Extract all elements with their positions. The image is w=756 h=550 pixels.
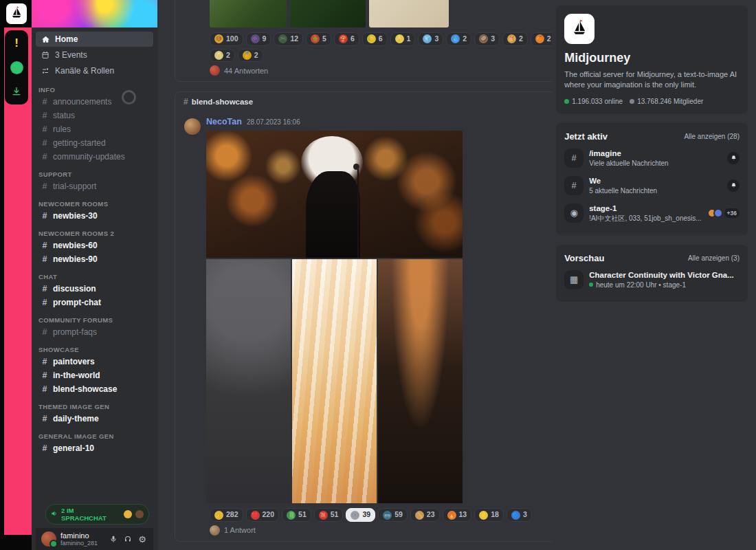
reaction-pill[interactable]: 🏅 2 — [238, 49, 263, 63]
sidebar-channel-row[interactable]: SUPPORT — [36, 164, 153, 179]
sidebar-channel-row[interactable]: NEWCOMER ROOMS 2 — [36, 223, 153, 239]
reaction-pill[interactable]: 🈹 51 — [314, 508, 344, 522]
home-icon — [41, 35, 50, 44]
channel-label: in-the-world — [53, 371, 100, 380]
reaction-pill[interactable]: 🍋 6 — [362, 32, 388, 46]
settings-gear-button[interactable]: ⚙ — [137, 534, 148, 544]
author-avatar[interactable] — [184, 118, 201, 135]
participant-avatar — [713, 208, 723, 218]
post-thumbnail[interactable] — [210, 0, 287, 28]
alert-icon[interactable]: ! — [9, 36, 24, 51]
sidebar-channel-row[interactable]: SHOWCASE — [36, 339, 153, 355]
forum-post-top[interactable]: 😅 100 🍇 9 🎮 12 🫑 5 — [175, 0, 552, 82]
reaction-pill[interactable]: 🔥 13 — [443, 508, 472, 522]
artwork-image-main[interactable] — [206, 131, 463, 258]
reaction-pill[interactable]: ❤️ 220 — [246, 508, 280, 522]
sidebar-channel-row[interactable]: # newbies-90 — [36, 252, 153, 266]
event-item[interactable]: ▦ Character Continuity with Victor Gna..… — [564, 266, 740, 294]
channel-type-icon: ◉ — [564, 204, 583, 223]
voice-chat-banner[interactable]: 2 IM SPRACHCHAT — [45, 504, 149, 525]
reaction-emoji: ⭐ — [479, 511, 488, 520]
channel-label: blend-showcase — [53, 384, 117, 394]
sidebar-channel-row[interactable]: # prompt-faqs — [36, 325, 153, 339]
reaction-pill[interactable]: 😅 100 — [210, 32, 243, 46]
sidebar-channel-row[interactable]: # getting-started — [36, 136, 153, 150]
server-banner[interactable] — [32, 0, 157, 28]
avatar[interactable] — [41, 531, 56, 547]
active-now-item[interactable]: # /imagine Viele aktuelle Nachrichten — [564, 144, 740, 172]
status-online-icon[interactable] — [9, 60, 24, 75]
midjourney-logo-tile[interactable] — [6, 3, 27, 24]
replies-row[interactable]: 1 Antwort — [175, 522, 552, 541]
channel-label: trial-support — [53, 182, 96, 191]
download-icon[interactable] — [9, 84, 24, 99]
reaction-pill[interactable]: 🥽 59 — [378, 508, 408, 522]
active-now-see-all-link[interactable]: Alle anzeigen (28) — [684, 133, 740, 140]
reaction-pill[interactable]: 🍌 1 — [390, 32, 416, 46]
active-now-list: # /imagine Viele aktuelle Nachrichten # — [564, 144, 740, 227]
sidebar-channel-row[interactable]: INFO — [36, 79, 153, 95]
sidebar-channel-row[interactable]: # general-10 — [36, 441, 153, 455]
event-time: heute um 22:00 Uhr • stage-1 — [596, 280, 686, 289]
sidebar-channel-row[interactable]: # trial-support — [36, 179, 153, 193]
sidebar-channel-row[interactable]: CHAT — [36, 266, 153, 282]
author-name[interactable]: NecoTan — [206, 117, 242, 126]
reaction-pill[interactable]: 📗 51 — [282, 508, 311, 522]
reaction-emoji: 🫑 — [311, 34, 320, 43]
active-now-item[interactable]: # We 5 aktuelle Nachrichten — [564, 172, 740, 199]
sidebar-channel-row[interactable]: # prompt-chat — [36, 296, 153, 309]
sidebar-channel-row[interactable]: # in-the-world — [36, 368, 153, 382]
sidebar-channel-row[interactable]: # daily-theme — [36, 412, 153, 426]
post-thumbnail[interactable] — [290, 0, 366, 28]
reaction-pill[interactable]: 🥞 2 — [502, 32, 528, 46]
replies-row[interactable]: 44 Antworten — [175, 62, 552, 81]
active-now-item[interactable]: ◉ stage-1 !AI中文社区, 033, 51job_sh_onesis.… — [564, 199, 740, 227]
artwork-image-right[interactable] — [378, 259, 463, 503]
sidebar-channel-row[interactable]: GENERAL IMAGE GEN — [36, 426, 153, 441]
reaction-pill[interactable]: 👓 39 — [346, 508, 375, 522]
sidebar-channel-row[interactable]: # paintovers — [36, 355, 153, 368]
sidebar-item-channels-roles[interactable]: Kanäle & Rollen — [36, 63, 153, 78]
voice-user-avatar — [135, 510, 144, 518]
sidebar-channel-row[interactable]: # blend-showcase — [36, 382, 153, 396]
reaction-pill[interactable]: 🫑 5 — [306, 32, 331, 46]
reaction-pill[interactable]: 🔷 3 — [507, 508, 532, 522]
reaction-pill[interactable]: 🍇 9 — [246, 32, 271, 46]
sidebar-channel-row[interactable]: COMMUNITY FORUMS — [36, 309, 153, 325]
artwork-image-left[interactable] — [206, 259, 291, 503]
sidebar-channel-row[interactable]: # community-updates — [36, 150, 153, 164]
sidebar-channel-row[interactable]: # discussion — [36, 282, 153, 296]
active-item-subtitle: Viele aktuelle Nachrichten — [589, 159, 722, 168]
reaction-pill[interactable]: 🎮 12 — [274, 32, 303, 46]
sidebar-channel-row[interactable]: # newbies-30 — [36, 209, 153, 223]
channels-roles-label: Kanäle & Rollen — [55, 66, 114, 76]
reaction-pill[interactable]: 🥂 2 — [210, 49, 235, 63]
forum-post-blend-showcase[interactable]: # blend-showcase ··· NecoTan 28.07.2023 … — [175, 91, 552, 542]
events-see-all-link[interactable]: Alle anzeigen (3) — [688, 254, 740, 262]
sidebar-channel-row[interactable]: THEMED IMAGE GEN — [36, 396, 153, 412]
sidebar-channel-row[interactable]: NEWCOMER ROOMS — [36, 193, 153, 209]
user-names[interactable]: faminino faminino_281 — [60, 531, 104, 547]
post-thumbnail[interactable] — [369, 0, 449, 28]
reaction-emoji: 😅 — [214, 34, 223, 43]
reaction-count: 12 — [290, 34, 298, 44]
reaction-pill[interactable]: 🍊 2 — [531, 32, 552, 46]
sidebar-item-home[interactable]: Home — [36, 32, 153, 47]
sidebar-item-events[interactable]: 3 Events — [36, 47, 153, 63]
channel-icon: # — [41, 443, 49, 453]
reaction-pill[interactable]: 🍄 6 — [334, 32, 359, 46]
sidebar-channel-row[interactable]: # newbies-60 — [36, 239, 153, 252]
roles-icon — [41, 67, 50, 75]
reaction-pill[interactable]: ✏️ 23 — [410, 508, 440, 522]
sidebar-channel-row[interactable]: # rules — [36, 122, 153, 136]
reaction-pill[interactable]: 🧊 3 — [418, 32, 443, 46]
microphone-button[interactable] — [108, 534, 119, 544]
artwork-image-middle[interactable] — [292, 259, 377, 503]
headphones-button[interactable] — [122, 534, 133, 544]
reaction-pill[interactable]: 🥥 3 — [474, 32, 500, 46]
reaction-pill[interactable]: 💧 2 — [446, 32, 471, 46]
reaction-count: 2 — [519, 34, 523, 44]
reaction-pill[interactable]: ⭐ 18 — [474, 508, 504, 522]
sidebar-channel-row[interactable]: # status — [36, 109, 153, 122]
reaction-pill[interactable]: 👍 282 — [210, 508, 243, 522]
